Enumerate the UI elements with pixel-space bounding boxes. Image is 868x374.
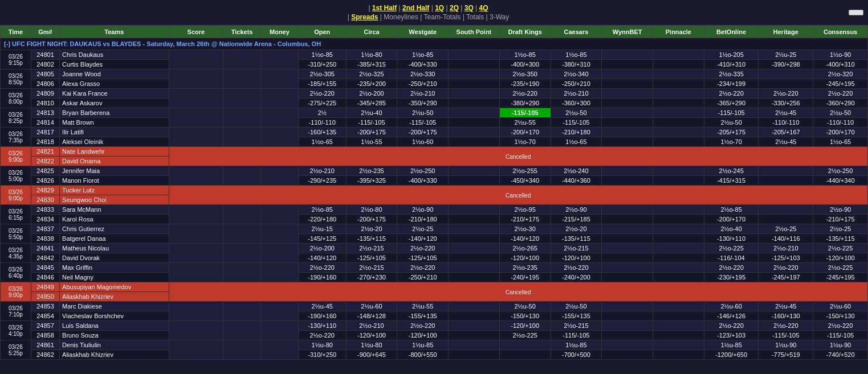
nav-3q[interactable]: 3Q — [464, 4, 474, 12]
caesars-line: -115/-105 — [551, 331, 602, 340]
consensus-line: 2½u-60 — [813, 302, 868, 311]
open-line: -310/+250 — [298, 60, 346, 69]
col-header-gm: Gm# — [31, 26, 59, 38]
open-line: -190/+160 — [298, 311, 346, 321]
westgate-line: -250/+210 — [397, 79, 449, 89]
draft-line: 2½u-55 — [499, 118, 551, 128]
money — [261, 302, 299, 321]
wynn-line — [602, 273, 653, 282]
money — [261, 205, 299, 224]
nav-4q[interactable]: 4Q — [479, 4, 488, 12]
circa-line: 2½o-235 — [346, 166, 397, 176]
draft-line: 2½o-350 — [499, 69, 551, 79]
team-name: Kai Kara France — [60, 89, 169, 98]
pinnacle-line — [653, 340, 704, 350]
money — [261, 50, 299, 69]
team-name: Abusupiyan Magomedov — [60, 282, 169, 292]
team-totals-link[interactable]: Team-Totals — [424, 13, 461, 21]
tickets — [223, 244, 261, 263]
col-header-betonline: BetOnline — [704, 26, 759, 38]
col-header-circa: Circa — [346, 26, 397, 38]
betonline-line: 2½o-335 — [704, 69, 759, 79]
consensus-line: -120/+100 — [813, 253, 868, 263]
westgate-line: 2½o-220 — [397, 321, 449, 331]
tickets — [223, 205, 261, 224]
consensus-line: 2½o-220 — [813, 89, 868, 98]
southpoint-line — [449, 79, 500, 89]
betonline-line: 2½o-225 — [704, 244, 759, 253]
betonline-line: 2½o-40 — [704, 224, 759, 234]
game-number: 24814 — [31, 118, 59, 128]
draft-line: 2½o-225 — [499, 331, 551, 340]
heritage-line: 2½o-220 — [759, 263, 813, 273]
southpoint-line — [449, 166, 500, 176]
wynn-line — [602, 331, 653, 340]
consensus-line: -400/+310 — [813, 60, 868, 69]
heritage-line: 2½u-25 — [759, 50, 813, 60]
draft-line: -380/+290 — [499, 98, 551, 108]
pinnacle-line — [653, 253, 704, 263]
consensus-line: -135/+115 — [813, 234, 868, 244]
circa-line: 2½o-325 — [346, 69, 397, 79]
draft-line: -240/+195 — [499, 273, 551, 282]
pinnacle-line — [653, 176, 704, 186]
moneylines-link[interactable]: Moneylines — [384, 13, 418, 21]
caesars-line: 2½u-50 — [551, 108, 602, 118]
heritage-line — [759, 176, 813, 186]
heritage-line: -110/-110 — [759, 118, 813, 128]
table-row: 03/265:00p24825Jennifer Maia2½o-2102½o-2… — [1, 166, 868, 176]
time-cell: 03/264:35p — [1, 244, 31, 263]
caesars-line: -440/+360 — [551, 176, 602, 186]
westgate-line: 2½u-50 — [397, 108, 449, 118]
consensus-line: -440/+340 — [813, 176, 868, 186]
three-way-link[interactable]: 3-Way — [490, 13, 509, 21]
score — [169, 244, 223, 263]
team-name: Seungwoo Choi — [60, 195, 169, 205]
southpoint-line — [449, 137, 500, 147]
caesars-line: 2½o-220 — [551, 263, 602, 273]
betonline-line: 2½o-245 — [704, 166, 759, 176]
nav-2q[interactable]: 2Q — [450, 4, 459, 12]
nav-2nd-half[interactable]: 2nd Half — [402, 4, 429, 12]
circa-line: 2½o-215 — [346, 244, 397, 253]
table-row: 03/268:25p24813Bryan Barberena2½2½u-402½… — [1, 108, 868, 118]
tickets — [223, 89, 261, 108]
caesars-line: 2½o-210 — [551, 89, 602, 98]
caesars-line: 2½o-340 — [551, 69, 602, 79]
circa-line: 2½o-80 — [346, 205, 397, 215]
totals-link[interactable]: Totals — [466, 13, 484, 21]
caesars-line: -120/+100 — [551, 253, 602, 263]
heritage-line: -775/+519 — [759, 350, 813, 360]
wynn-line — [602, 69, 653, 79]
team-name: Nate Landwehr — [60, 147, 169, 157]
team-name: Chris Daukaus — [60, 50, 169, 60]
nav-1st-half[interactable]: 1st Half — [372, 4, 397, 12]
circa-line: 2½o-215 — [346, 263, 397, 273]
clear-button[interactable] — [849, 10, 863, 15]
game-number: 24857 — [31, 321, 59, 331]
wynn-line — [602, 137, 653, 147]
southpoint-line — [449, 205, 500, 215]
time-cell: 03/268:00p — [1, 89, 31, 108]
circa-line: -120/+100 — [346, 331, 397, 340]
open-line: -185/+155 — [298, 79, 346, 89]
westgate-line: -140/+120 — [397, 234, 449, 244]
consensus-line: -245/+195 — [813, 79, 868, 89]
pinnacle-line — [653, 215, 704, 224]
consensus-line: 1½o-90 — [813, 50, 868, 60]
westgate-line: -350/+290 — [397, 98, 449, 108]
time-cell: 03/267:35p — [1, 128, 31, 147]
betonline-line: 2½o-220 — [704, 321, 759, 331]
game-number: 24833 — [31, 205, 59, 215]
nav-1q[interactable]: 1Q — [435, 4, 444, 12]
spreads-link[interactable]: Spreads — [351, 13, 378, 21]
time-cell: 03/265:00p — [1, 166, 31, 186]
wynn-line — [602, 253, 653, 263]
table-row: 03/266:40p24845Max Griffin2½o-2202½o-215… — [1, 263, 868, 273]
southpoint-line — [449, 253, 500, 263]
heritage-line: -140/+116 — [759, 234, 813, 244]
wynn-line — [602, 350, 653, 360]
open-line: 2½o-220 — [298, 89, 346, 98]
time-cell: 03/266:15p — [1, 205, 31, 224]
circa-line: 2½o-210 — [346, 321, 397, 331]
